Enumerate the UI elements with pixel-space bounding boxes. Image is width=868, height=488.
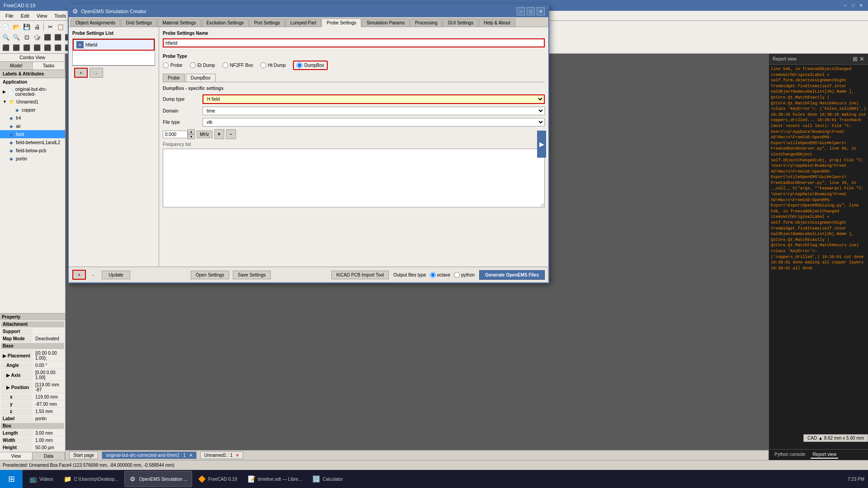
kicad-btn[interactable]: KiCAD PCB Import Tool <box>331 271 389 279</box>
view-tab[interactable]: View <box>0 452 33 460</box>
freq-spinner-btns: ▲ ▼ <box>188 129 195 139</box>
freq-add-btn[interactable]: + <box>214 129 224 139</box>
taskbar-item-calculator[interactable]: 🔢 Calculator <box>308 471 348 487</box>
tb-extra-4[interactable]: ⬛ <box>32 42 42 52</box>
tree-item-2[interactable]: ◆ copper <box>0 106 65 114</box>
bottom-add-btn[interactable]: + <box>72 270 86 280</box>
tb-extra-1[interactable]: ⬛ <box>1 42 11 52</box>
calculator-label: Calculator <box>323 477 343 482</box>
freecad-icon: 🔶 <box>198 475 205 483</box>
radio-et-dump[interactable]: Et Dump <box>190 61 215 70</box>
open-settings-btn[interactable]: Open Settings <box>191 271 229 279</box>
tree-item-5[interactable]: ◆ field <box>0 130 65 138</box>
tree-item-1[interactable]: ▼ 📁 Unnamed1 <box>0 98 65 106</box>
prop-value-mapmode: Deactivated <box>33 336 64 342</box>
output-python-radio[interactable] <box>454 272 460 278</box>
tb-extra-2[interactable]: ⬛ <box>11 42 21 52</box>
python-console-tab[interactable]: Python console <box>773 451 807 459</box>
nav-arrow-right[interactable]: ▶ <box>537 131 546 158</box>
radio-dumpbox[interactable]: DumpBox <box>293 61 328 70</box>
zoom-all[interactable]: ⊡ <box>22 32 32 42</box>
freq-list-textarea[interactable] <box>163 149 545 207</box>
taskbar-item-freecad[interactable]: 🔶 FreeCAD 0.19 <box>193 471 242 487</box>
radio-probe-input[interactable] <box>163 62 169 68</box>
radio-ht-dump[interactable]: Ht Dump <box>260 61 286 70</box>
view-front[interactable]: ⬛ <box>42 32 52 42</box>
zoom-out[interactable]: 🔍 <box>11 32 21 42</box>
save-btn[interactable]: 💾 <box>22 22 32 32</box>
subtab-probe[interactable]: Probe <box>163 74 185 82</box>
view-top[interactable]: ⬛ <box>53 32 63 42</box>
radio-dumpbox-input[interactable] <box>297 62 302 68</box>
tree-item-3[interactable]: ◆ fr4 <box>0 114 65 122</box>
tree-label-2: copper <box>22 108 36 113</box>
zoom-in[interactable]: 🔍 <box>1 32 11 42</box>
report-float-btn[interactable]: ⊞ <box>853 56 858 62</box>
maximize-btn[interactable]: □ <box>850 2 856 9</box>
probe-subtabs: Probe DumpBox <box>163 74 545 82</box>
freq-remove-btn[interactable]: - <box>226 129 236 139</box>
tb-extra-3[interactable]: ⬛ <box>22 42 32 52</box>
tree-item-8[interactable]: ◆ portin <box>0 155 65 163</box>
file-type-select[interactable]: vtk hdf5 <box>203 118 545 127</box>
radio-htdump-input[interactable] <box>260 62 266 68</box>
taskbar-item-openems[interactable]: ⚙ OpenEMS Simulation ... <box>124 471 193 487</box>
tree-item-7[interactable]: ◆ field-below-pcb <box>0 146 65 155</box>
cut-btn[interactable]: ✂ <box>45 22 55 32</box>
tasks-tab[interactable]: Tasks <box>33 62 65 70</box>
freq-down-btn[interactable]: ▼ <box>188 134 195 139</box>
output-python[interactable]: python <box>454 272 475 278</box>
output-octave[interactable]: octave <box>430 272 450 278</box>
output-octave-label: octave <box>437 272 450 277</box>
tree-item-4[interactable]: ◆ air <box>0 122 65 130</box>
probe-add-btn[interactable]: + <box>74 68 88 78</box>
radio-probe[interactable]: Probe <box>163 61 183 70</box>
model-tab[interactable]: Model <box>0 62 33 70</box>
copy-btn[interactable]: 📋 <box>56 22 66 32</box>
start-button[interactable]: ⊞ <box>0 470 23 488</box>
generate-btn[interactable]: Generate OpenEMS Files <box>479 270 545 280</box>
output-octave-radio[interactable] <box>430 272 436 278</box>
probe-remove-btn[interactable]: - <box>90 68 103 78</box>
viewport-tab-drc[interactable]: original-but-drc-corrected-and-0mm2 : 1 … <box>102 451 197 459</box>
expand-icon-1: ▼ <box>3 99 7 104</box>
view-3d[interactable]: 🎲 <box>32 32 42 42</box>
taskbar-item-libreoffice[interactable]: 📝 timeline.odt — Libre... <box>243 471 307 487</box>
combo-view-tab[interactable]: Combo View <box>0 54 65 61</box>
report-view-tab[interactable]: Report view <box>811 451 838 459</box>
dump-type-select[interactable]: H field E field J field D field <box>203 94 545 104</box>
subtab-dumpbox[interactable]: DumpBox <box>186 74 216 82</box>
drc-tab-close[interactable]: ✕ <box>189 453 193 458</box>
unnamed-tab-close[interactable]: ✕ <box>236 453 239 458</box>
tb-extra-5[interactable]: ⬛ <box>42 42 52 52</box>
viewport-tab-startpage[interactable]: Start page <box>69 451 98 459</box>
menu-view[interactable]: View <box>33 12 51 19</box>
prop-value-height: 50.00 µm <box>33 445 64 451</box>
report-content: line 546, in freecadObjectChanged itemsW… <box>769 65 868 449</box>
freq-value-input[interactable] <box>163 131 188 138</box>
close-btn[interactable]: ✕ <box>858 2 864 9</box>
new-btn[interactable]: 📄 <box>1 22 11 32</box>
menu-tools[interactable]: Tools <box>51 12 70 19</box>
viewport-tab-unnamed[interactable]: Unnamed1 : 1 ✕ <box>200 451 244 459</box>
data-tab[interactable]: Data <box>33 452 65 460</box>
tree-item-0[interactable]: ▶ 📄 original-but-drc-corrected- <box>0 86 65 98</box>
taskbar-item-folder[interactable]: 📁 C:\Users\rp\Desktop... <box>59 471 123 487</box>
freq-up-btn[interactable]: ▲ <box>188 129 195 134</box>
domain-select[interactable]: time frequency <box>203 107 545 115</box>
tb-extra-6[interactable]: ⬛ <box>53 42 63 52</box>
menu-file[interactable]: File <box>2 12 17 19</box>
radio-nf2ff[interactable]: NF2FF Box <box>222 61 253 70</box>
taskbar-item-videos[interactable]: 📺 Videos <box>24 471 58 487</box>
print-btn[interactable]: 🖨 <box>32 22 42 32</box>
radio-etdump-input[interactable] <box>190 62 196 68</box>
save-settings-btn[interactable]: Save Settings <box>233 271 271 279</box>
tree-item-6[interactable]: ◆ field-betweenL1andL2 <box>0 138 65 146</box>
radio-nf2ff-input[interactable] <box>222 62 228 68</box>
report-close-btn[interactable]: ✕ <box>859 56 864 62</box>
attachment-section: Attachment <box>1 321 64 328</box>
open-btn[interactable]: 📂 <box>11 22 21 32</box>
menu-edit[interactable]: Edit <box>17 12 33 19</box>
update-btn[interactable]: Update <box>102 271 130 279</box>
minimize-btn[interactable]: ─ <box>842 2 848 9</box>
